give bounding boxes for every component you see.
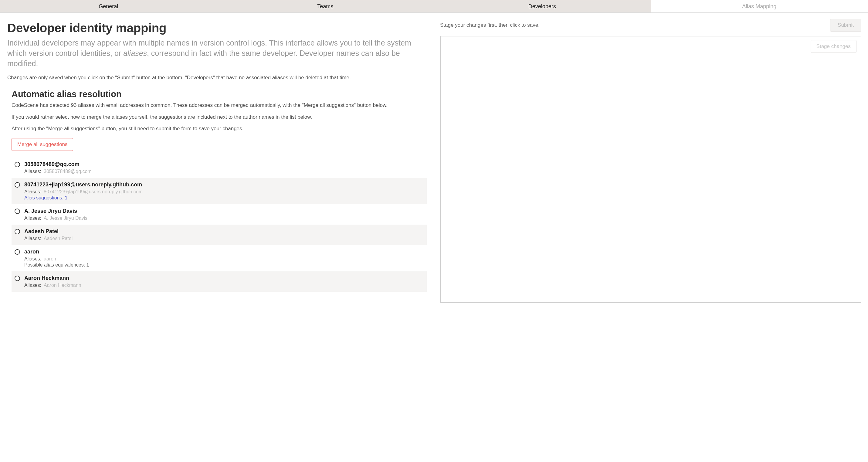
developer-aliases: Aliases:Aadesh Patel: [24, 236, 423, 241]
developer-body: 80741223+jlap199@users.noreply.github.co…: [24, 182, 423, 201]
developer-aliases: Aliases:Aaron Heckmann: [24, 283, 423, 288]
aliases-value: A. Jesse Jiryu Davis: [44, 216, 87, 221]
developer-body: A. Jesse Jiryu DavisAliases:A. Jesse Jir…: [24, 208, 423, 221]
developer-body: aaronAliases:aaronPossible alias equival…: [24, 249, 423, 268]
developer-row: Aaron HeckmannAliases:Aaron Heckmann: [11, 271, 427, 292]
developer-name: aaron: [24, 249, 423, 255]
developer-aliases: Aliases:80741223+jlap199@users.noreply.g…: [24, 189, 423, 194]
aliases-label: Aliases:: [24, 283, 41, 288]
developer-radio[interactable]: [14, 209, 20, 214]
developer-name: 80741223+jlap199@users.noreply.github.co…: [24, 182, 423, 188]
staging-area: Stage changes: [440, 36, 861, 303]
possible-equivalences: Possible alias equivalences: 1: [24, 262, 423, 268]
submit-button[interactable]: Submit: [830, 19, 861, 32]
developer-radio[interactable]: [14, 229, 20, 234]
tab-alias-mapping[interactable]: Alias Mapping: [651, 0, 868, 12]
stage-hint: Stage your changes first, then click to …: [440, 22, 539, 28]
aliases-value: 80741223+jlap199@users.noreply.github.co…: [44, 189, 143, 194]
developer-row: Aadesh PatelAliases:Aadesh Patel: [11, 225, 427, 245]
tabs: General Teams Developers Alias Mapping: [0, 0, 868, 13]
developer-radio[interactable]: [14, 249, 20, 255]
alias-suggestions-link[interactable]: Alias suggestions: 1: [24, 195, 67, 201]
developer-body: Aaron HeckmannAliases:Aaron Heckmann: [24, 275, 423, 288]
stage-changes-button[interactable]: Stage changes: [811, 40, 857, 53]
developer-name: Aaron Heckmann: [24, 275, 423, 281]
developer-body: 3058078489@qq.comAliases:3058078489@qq.c…: [24, 161, 423, 174]
aliases-value: Aadesh Patel: [44, 236, 72, 241]
developer-name: Aadesh Patel: [24, 228, 423, 235]
developer-row: aaronAliases:aaronPossible alias equival…: [11, 245, 427, 271]
developer-aliases: Aliases:3058078489@qq.com: [24, 169, 423, 174]
aliases-value: aaron: [44, 256, 56, 261]
developer-name: A. Jesse Jiryu Davis: [24, 208, 423, 214]
developer-aliases: Aliases:A. Jesse Jiryu Davis: [24, 216, 423, 221]
developer-name: 3058078489@qq.com: [24, 161, 423, 167]
developer-body: Aadesh PatelAliases:Aadesh Patel: [24, 228, 423, 241]
developer-aliases: Aliases:aaron: [24, 256, 423, 261]
auto-resolution-title: Automatic alias resolution: [11, 89, 427, 99]
page-lead: Individual developers may appear with mu…: [7, 38, 427, 69]
developer-row: A. Jesse Jiryu DavisAliases:A. Jesse Jir…: [11, 204, 427, 225]
developer-row: 3058078489@qq.comAliases:3058078489@qq.c…: [11, 158, 427, 178]
auto-resolution-p2: If you would rather select how to merge …: [11, 114, 427, 121]
aliases-value: Aaron Heckmann: [44, 283, 81, 288]
merge-all-suggestions-button[interactable]: Merge all suggestions: [11, 138, 73, 151]
tab-teams[interactable]: Teams: [217, 0, 434, 12]
developer-radio[interactable]: [14, 182, 20, 188]
aliases-label: Aliases:: [24, 236, 41, 241]
save-note: Changes are only saved when you click on…: [7, 74, 427, 81]
tab-developers[interactable]: Developers: [434, 0, 651, 12]
aliases-label: Aliases:: [24, 169, 41, 174]
aliases-value: 3058078489@qq.com: [44, 169, 92, 174]
aliases-label: Aliases:: [24, 216, 41, 221]
aliases-label: Aliases:: [24, 256, 41, 261]
aliases-label: Aliases:: [24, 189, 41, 194]
developer-list: 3058078489@qq.comAliases:3058078489@qq.c…: [11, 158, 427, 292]
developer-radio[interactable]: [14, 276, 20, 281]
tab-general[interactable]: General: [0, 0, 217, 12]
page-title: Developer identity mapping: [7, 21, 427, 35]
auto-resolution-p1: CodeScene has detected 93 aliases with e…: [11, 102, 427, 109]
lead-em: aliases: [123, 49, 147, 57]
auto-resolution-p3: After using the "Merge all suggestions" …: [11, 125, 427, 133]
developer-row: 80741223+jlap199@users.noreply.github.co…: [11, 178, 427, 204]
developer-radio[interactable]: [14, 162, 20, 167]
